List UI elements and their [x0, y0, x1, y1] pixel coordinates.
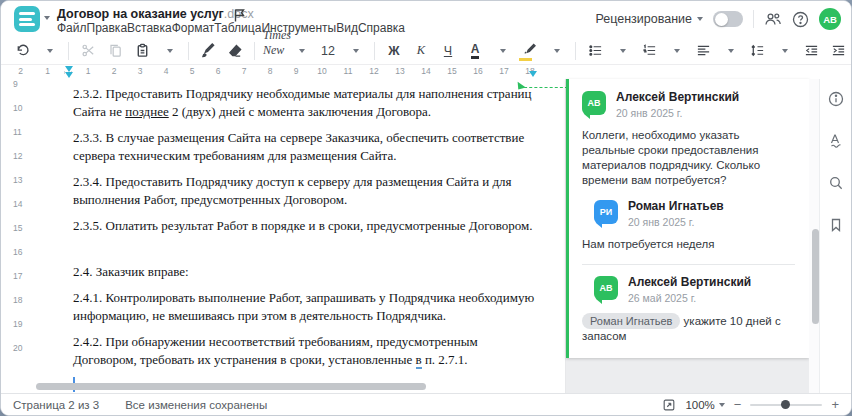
align-left-button[interactable] [690, 39, 716, 63]
document-text[interactable]: 2.3.2. Предоставить Подрядчику необходим… [73, 85, 543, 392]
spellcheck-icon[interactable] [828, 133, 844, 149]
zoom-in-button[interactable]: + [831, 398, 839, 411]
paste-button[interactable] [129, 39, 155, 63]
ruler-number: 13 [1, 175, 31, 199]
paragraph[interactable]: 2.3.2. Предоставить Подрядчику необходим… [73, 85, 543, 121]
comment[interactable]: РИ Роман Игнатьев 20 янв 2025 г. Нам пот… [582, 200, 795, 252]
font-size-select[interactable]: 12 [315, 39, 341, 63]
document-title: Договор на оказание услуг.docx [57, 7, 254, 21]
paragraph[interactable]: 2.3.4. Предоставить Подрядчику доступ к … [73, 173, 543, 209]
divider [753, 10, 754, 28]
ruler-number: 17 [1, 271, 31, 295]
ruler-number: 11 [335, 66, 361, 76]
paragraph[interactable]: 2.4.1. Контролировать выполнение Работ, … [73, 289, 543, 325]
comment-text: Роман Игнатьев укажите 10 дней с запасом [582, 313, 795, 344]
menu-item[interactable]: Вид [336, 21, 358, 35]
undo-menu-caret[interactable] [36, 39, 62, 63]
vertical-ruler[interactable]: 91011121314151617181920 [1, 79, 31, 393]
paragraph[interactable]: 2.3.3. В случае размещения Сайта на серв… [73, 129, 543, 165]
ruler-number: 1 [75, 66, 101, 76]
line-spacing-caret[interactable] [771, 39, 797, 63]
decrease-indent-button[interactable] [798, 39, 824, 63]
increase-indent-button[interactable] [825, 39, 851, 63]
bullet-list-button[interactable] [582, 39, 608, 63]
search-icon[interactable] [828, 175, 844, 191]
review-toggle[interactable] [713, 11, 743, 27]
underline-button[interactable]: Ч [435, 39, 461, 63]
vertical-scrollbar-thumb[interactable] [812, 229, 819, 324]
comment-text: Нам потребуется неделя [582, 237, 795, 252]
format-painter-button[interactable] [195, 39, 221, 63]
paragraph[interactable]: 2.4. Заказчик вправе: [73, 263, 543, 281]
user-avatar[interactable]: АВ [819, 8, 841, 30]
status-bar: Страница 2 из 3 Все изменения сохранены … [1, 393, 851, 415]
highlight-caret[interactable] [543, 39, 569, 63]
ruler-number: 9 [283, 66, 309, 76]
zoom-slider[interactable] [750, 404, 822, 406]
cut-button[interactable] [75, 39, 101, 63]
ruler-number: 9 [1, 79, 31, 103]
zoom-out-button[interactable]: − [734, 398, 742, 411]
menu-item[interactable]: Формат [172, 21, 215, 35]
left-indent-marker[interactable] [65, 72, 73, 78]
flag-icon[interactable] [233, 8, 246, 22]
font-size-caret[interactable] [342, 39, 368, 63]
numbered-list-caret[interactable] [663, 39, 689, 63]
fit-width-icon[interactable] [662, 398, 676, 412]
copy-button[interactable] [102, 39, 128, 63]
ruler-number: 18 [1, 295, 31, 319]
page-indicator[interactable]: Страница 2 из 3 [13, 399, 99, 411]
bold-button[interactable]: Ж [381, 39, 407, 63]
comment-thread[interactable]: АВ Алексей Вертинский 20 янв 2025 г. Кол… [566, 79, 809, 358]
align-caret[interactable] [717, 39, 743, 63]
horizontal-ruler[interactable]: 21 123456789101112131415161718 [1, 65, 823, 79]
comment-author: Роман Игнатьев [628, 200, 724, 213]
review-mode-dropdown[interactable]: Рецензирование [595, 12, 703, 26]
horizontal-scrollbar-thumb[interactable] [36, 383, 426, 390]
text-run: 2.3.5. Оплатить результат Работ в порядк… [73, 218, 533, 233]
font-name-select[interactable]: Times New ... [261, 39, 287, 63]
menu-item[interactable]: Таблица [214, 21, 261, 35]
paste-menu-caret[interactable] [156, 39, 182, 63]
ruler-number: 14 [413, 66, 439, 76]
toolbar: Times New ... 12 Ж К Ч А [1, 37, 851, 65]
info-icon[interactable] [828, 91, 844, 107]
ruler-number: 8 [257, 66, 283, 76]
ruler-number: 12 [1, 151, 31, 175]
comment[interactable]: АВ Алексей Вертинский 26 май 2025 г. Ром… [582, 264, 795, 344]
italic-button[interactable]: К [408, 39, 434, 63]
app-menu-caret-icon[interactable] [44, 16, 50, 20]
right-indent-marker[interactable] [529, 71, 537, 77]
menu-item[interactable]: Правка [87, 21, 128, 35]
comment[interactable]: АВ Алексей Вертинский 20 янв 2025 г. Кол… [582, 91, 795, 188]
app-window: Договор на оказание услуг.docx ФайлПравк… [0, 0, 852, 416]
numbered-list-button[interactable] [636, 39, 662, 63]
collaboration-users-icon[interactable] [764, 11, 782, 27]
clear-format-button[interactable] [222, 39, 248, 63]
comment-avatar: АВ [594, 276, 618, 300]
font-color-caret[interactable] [489, 39, 515, 63]
bullet-list-caret[interactable] [609, 39, 635, 63]
app-logo-icon[interactable] [14, 6, 40, 32]
paragraph[interactable]: 2.4.2. При обнаружении несоответствий тр… [73, 333, 543, 369]
paragraph[interactable]: 2.3.5. Оплатить результат Работ в порядк… [73, 217, 543, 235]
font-color-button[interactable]: А [462, 39, 488, 63]
help-icon[interactable] [792, 11, 809, 28]
ruler-number: 15 [1, 223, 31, 247]
ruler-number: 10 [1, 103, 31, 127]
menu-item[interactable]: Файл [57, 21, 87, 35]
font-name-caret[interactable] [288, 39, 314, 63]
document-page[interactable]: 2.3.2. Предоставить Подрядчику необходим… [31, 79, 566, 393]
menu-item[interactable]: Справка [358, 21, 405, 35]
zoom-slider-knob[interactable] [781, 400, 790, 409]
menu-item[interactable]: Вставка [127, 21, 172, 35]
line-spacing-button[interactable] [744, 39, 770, 63]
zoom-level-select[interactable]: 100% [685, 399, 724, 411]
bookmark-icon[interactable] [828, 217, 844, 233]
text-run: 2.3.3. В случае размещения Сайта на серв… [73, 130, 524, 163]
ruler-number: 15 [439, 66, 465, 76]
highlight-button[interactable] [516, 39, 542, 63]
mention-chip[interactable]: Роман Игнатьев [582, 313, 680, 329]
undo-button[interactable] [9, 39, 35, 63]
comment-date: 20 янв 2025 г. [616, 107, 739, 119]
